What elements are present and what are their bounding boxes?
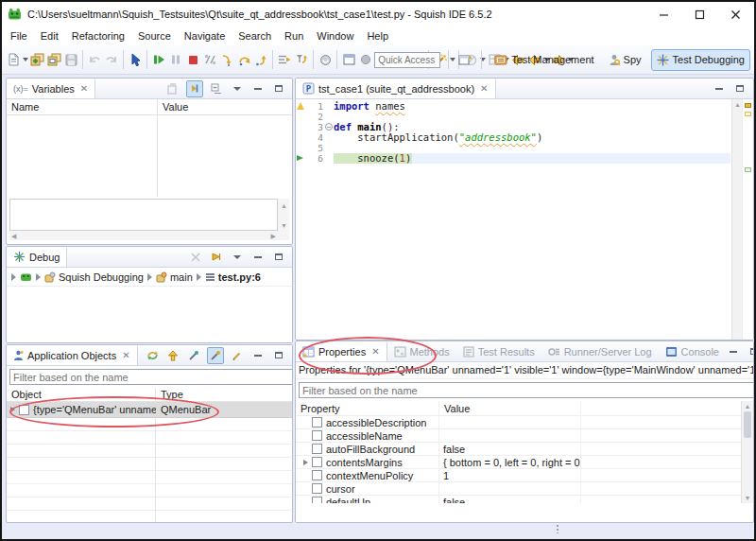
property-checkbox[interactable] xyxy=(312,457,322,467)
view-menu-icon[interactable] xyxy=(230,81,245,96)
tab-variables[interactable]: (x)= Variables ✕ xyxy=(7,79,95,98)
tab-properties[interactable]: Properties ✕ xyxy=(296,341,387,361)
minimize-window-button[interactable] xyxy=(658,9,669,20)
property-checkbox[interactable] xyxy=(312,483,322,494)
save-button[interactable] xyxy=(62,51,79,69)
breadcrumb-main-thread[interactable]: main xyxy=(156,271,193,283)
property-row[interactable]: accessibleName xyxy=(296,429,753,443)
new-test-suite-button[interactable] xyxy=(28,51,45,69)
close-icon[interactable]: ✕ xyxy=(122,350,129,360)
property-row[interactable]: contentsMargins { bottom = 0, left = 0, … xyxy=(296,456,753,469)
property-row[interactable]: contextMenuPolicy 1 xyxy=(296,469,753,482)
tab-test-script[interactable]: P tst_case1 (suite_qt_addressbook) ✕ xyxy=(296,79,496,98)
occurrence-marker[interactable] xyxy=(745,112,751,116)
maximize-view-icon[interactable] xyxy=(271,81,286,96)
maximize-view-icon[interactable] xyxy=(271,348,286,363)
perspective-test-debugging[interactable]: Test Debugging xyxy=(651,49,750,71)
show-type-names-icon[interactable] xyxy=(165,81,180,96)
expand-icon[interactable] xyxy=(303,460,308,465)
breadcrumb-toggle-icon[interactable] xyxy=(209,250,224,265)
scroll-up-icon[interactable]: ▲ xyxy=(745,403,751,410)
redo-button[interactable] xyxy=(103,51,120,69)
close-icon[interactable]: ✕ xyxy=(80,83,88,94)
new-button[interactable] xyxy=(5,51,22,69)
minimize-view-icon[interactable] xyxy=(250,81,266,96)
tab-runner-server-log[interactable]: Runner/Server Log xyxy=(541,341,659,361)
maximize-view-icon[interactable] xyxy=(747,344,754,359)
menu-file[interactable]: File xyxy=(10,30,27,42)
show-logical-structure-icon[interactable] xyxy=(186,80,203,97)
remove-terminated-icon[interactable] xyxy=(188,250,203,265)
view-menu-icon[interactable] xyxy=(230,250,245,265)
column-header-type[interactable]: Type xyxy=(156,388,292,401)
scrollbar-thumb[interactable] xyxy=(744,411,751,438)
disconnect-button[interactable] xyxy=(201,51,218,69)
tab-debug[interactable]: Debug xyxy=(7,247,67,267)
close-icon[interactable]: ✕ xyxy=(480,83,488,94)
stop-button[interactable] xyxy=(184,51,201,69)
scroll-down-icon[interactable]: ▼ xyxy=(745,495,751,501)
scroll-up-icon[interactable]: ▲ xyxy=(734,101,741,108)
property-checkbox[interactable] xyxy=(312,444,322,454)
collapse-all-icon[interactable] xyxy=(209,81,224,96)
application-objects-empty-rows[interactable] xyxy=(7,418,292,523)
resume-button[interactable] xyxy=(150,51,167,69)
close-window-button[interactable] xyxy=(730,9,741,20)
property-row[interactable]: defaultUp false xyxy=(296,496,753,503)
minimize-view-icon[interactable] xyxy=(726,344,741,359)
menu-edit[interactable]: Edit xyxy=(41,30,59,42)
scroll-down-icon[interactable]: ▼ xyxy=(281,222,287,229)
object-picker-icon[interactable] xyxy=(186,348,201,363)
object-row-qmenubar[interactable]: {type='QMenuBar' unnamed= QMenuBar xyxy=(7,402,292,418)
show-instruction-pointer-button[interactable] xyxy=(276,51,293,69)
tab-application-objects[interactable]: Application Objects ✕ xyxy=(7,345,138,365)
maximize-view-icon[interactable] xyxy=(271,250,286,265)
maximize-window-button[interactable] xyxy=(694,9,705,20)
tab-test-results[interactable]: Test Results xyxy=(456,341,541,361)
menu-window[interactable]: Window xyxy=(317,30,353,42)
squish-frog-icon[interactable] xyxy=(20,271,32,282)
minimize-view-icon[interactable] xyxy=(250,348,266,363)
pause-button[interactable] xyxy=(167,51,184,69)
column-header-value[interactable]: Value xyxy=(439,401,581,415)
show-window-button[interactable] xyxy=(340,51,357,69)
chevron-right-icon[interactable] xyxy=(197,273,201,281)
fold-collapse-icon[interactable] xyxy=(325,123,333,131)
step-into-button[interactable] xyxy=(218,51,235,69)
record-button[interactable] xyxy=(357,51,374,69)
perspective-test-management[interactable]: Test Management xyxy=(490,50,598,70)
property-checkbox[interactable] xyxy=(312,430,322,441)
warning-marker[interactable] xyxy=(745,103,751,108)
edit-name-icon[interactable] xyxy=(230,348,245,363)
new-test-case-button[interactable] xyxy=(45,51,62,69)
breadcrumb-squish-debugging[interactable]: Squish Debugging xyxy=(44,271,144,283)
object-picker-active-icon[interactable] xyxy=(207,347,224,364)
column-header-value[interactable]: Value xyxy=(158,99,292,114)
menu-search[interactable]: Search xyxy=(238,30,271,42)
variables-detail-text[interactable] xyxy=(9,199,278,231)
variables-table-body[interactable] xyxy=(7,115,292,197)
chevron-right-icon[interactable] xyxy=(11,273,16,281)
menu-help[interactable]: Help xyxy=(367,30,388,42)
sash-drag-handle[interactable] xyxy=(556,524,559,533)
code-editor[interactable]: 1 import names 2 3 def main(): 4 startAp… xyxy=(296,99,753,340)
minimize-view-icon[interactable] xyxy=(712,81,727,96)
expand-icon[interactable] xyxy=(10,407,15,412)
breadcrumb-stack-frame[interactable]: test.py:6 xyxy=(205,271,261,283)
properties-scrollbar[interactable]: ▲ ▼ xyxy=(741,401,753,503)
tab-console[interactable]: Console xyxy=(659,341,726,361)
menu-source[interactable]: Source xyxy=(138,30,171,42)
scroll-right-icon[interactable]: ▶ xyxy=(271,233,276,239)
maximize-view-icon[interactable] xyxy=(732,81,747,96)
menu-navigate[interactable]: Navigate xyxy=(184,30,225,42)
minimize-view-icon[interactable] xyxy=(250,250,266,265)
step-over-button[interactable] xyxy=(235,51,252,69)
property-row[interactable]: accessibleDescription xyxy=(296,416,753,429)
property-row[interactable]: autoFillBackground false xyxy=(296,443,753,456)
column-header-property[interactable]: Property xyxy=(296,401,439,415)
chevron-right-icon[interactable] xyxy=(147,273,152,281)
property-checkbox[interactable] xyxy=(312,417,322,428)
properties-filter-input[interactable] xyxy=(299,382,754,398)
menu-refactoring[interactable]: Refactoring xyxy=(72,30,125,42)
menu-run[interactable]: Run xyxy=(284,30,303,42)
